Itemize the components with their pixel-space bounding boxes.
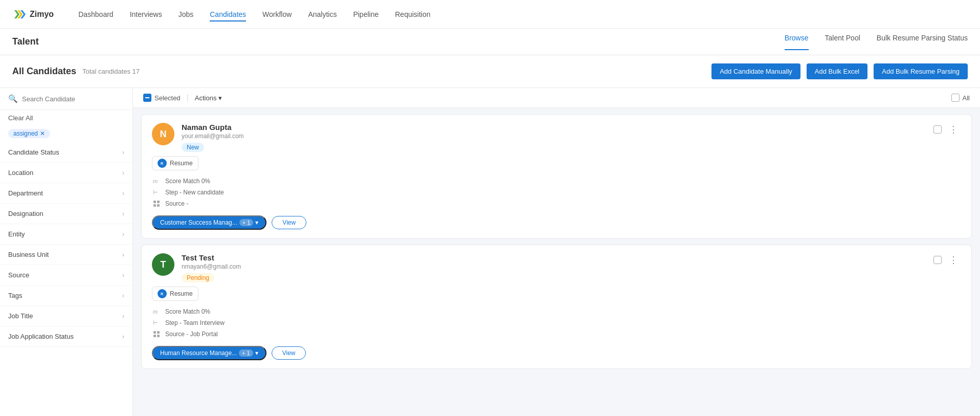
sidebar-item-department[interactable]: Department ›	[0, 183, 132, 204]
sidebar-item-business-unit[interactable]: Business Unit ›	[0, 245, 132, 265]
list-toolbar: Selected | Actions ▾ All	[133, 88, 980, 108]
three-dots-button-1[interactable]: ⋮	[946, 123, 961, 136]
sidebar-item-designation[interactable]: Designation ›	[0, 204, 132, 224]
job-tag-count-1: + 1	[239, 219, 254, 226]
resume-icon-2: R	[158, 289, 167, 298]
chevron-right-icon: ›	[122, 292, 124, 299]
step-icon-1: ⊢	[152, 188, 161, 197]
avatar-letter-2: T	[161, 259, 166, 270]
card-actions-2: ⋮	[933, 253, 961, 267]
add-candidate-manually-button[interactable]: Add Candidate Manually	[711, 63, 800, 79]
job-tag-button-1[interactable]: Customer Success Manag... + 1 ▾	[152, 215, 266, 230]
logo-icon	[12, 7, 27, 21]
svg-rect-14	[157, 331, 160, 334]
score-icon-2: m	[152, 307, 161, 316]
view-button-2[interactable]: View	[272, 346, 306, 360]
nav-item-interviews[interactable]: Interviews	[130, 10, 162, 18]
selected-indicator: Selected	[143, 94, 181, 102]
nav-item-requisition[interactable]: Requisition	[395, 10, 430, 18]
selected-label: Selected	[154, 94, 181, 102]
card-checkbox-2[interactable]	[933, 256, 942, 264]
sidebar-item-job-application-status[interactable]: Job Application Status ›	[0, 326, 132, 347]
card-checkbox-1[interactable]	[933, 125, 942, 134]
chevron-right-icon: ›	[122, 149, 124, 156]
resume-icon-1: R	[158, 159, 167, 168]
step-icon-2: ⊢	[152, 318, 161, 327]
nav-item-pipeline[interactable]: Pipeline	[353, 10, 378, 18]
card-info-2: Test Test nmayan6@gmail.com Pending	[182, 253, 926, 282]
source-text-2: Source - Job Portal	[165, 331, 218, 338]
candidate-name-2: Test Test	[182, 253, 926, 262]
tags-label: Tags	[8, 292, 22, 299]
search-input[interactable]	[22, 95, 124, 103]
candidate-name-1: Naman Gupta	[182, 123, 926, 132]
candidate-card: N Naman Gupta your.email@gmail.com New ⋮…	[141, 114, 972, 238]
nav-item-analytics[interactable]: Analytics	[308, 10, 337, 18]
svg-text:⊢: ⊢	[153, 189, 158, 195]
sub-tabs: Browse Talent Pool Bulk Resume Parsing S…	[785, 34, 968, 50]
score-text-2: Score Match 0%	[165, 308, 210, 315]
resume-button-2[interactable]: R Resume	[152, 287, 198, 301]
nav-item-jobs[interactable]: Jobs	[179, 10, 194, 18]
dropdown-arrow-icon-2: ▾	[255, 349, 258, 357]
job-tag-button-2[interactable]: Human Resource Manage... + 1 ▾	[152, 346, 266, 360]
job-tag-label-2: Human Resource Manage...	[160, 349, 237, 357]
clear-all-label[interactable]: Clear All	[8, 114, 33, 122]
nav-item-candidates[interactable]: Candidates	[210, 10, 246, 18]
svg-rect-8	[157, 204, 160, 207]
svg-rect-16	[157, 335, 160, 337]
main-layout: 🔍 Clear All assigned ✕ Candidate Status …	[0, 88, 980, 416]
three-dots-button-2[interactable]: ⋮	[946, 253, 961, 267]
tab-bulk-resume[interactable]: Bulk Resume Parsing Status	[877, 34, 968, 50]
content-header: All Candidates Total candidates 17 Add C…	[0, 55, 980, 88]
top-navigation: Zimyo Dashboard Interviews Jobs Candidat…	[0, 0, 980, 29]
nav-item-dashboard[interactable]: Dashboard	[78, 10, 114, 18]
source-row-2: Source - Job Portal	[152, 330, 961, 339]
sidebar-item-candidate-status[interactable]: Candidate Status ›	[0, 142, 132, 163]
selected-dot-icon	[143, 94, 151, 102]
candidates-list: Selected | Actions ▾ All N Naman Gupta y…	[133, 88, 980, 416]
actions-button[interactable]: Actions ▾	[195, 94, 222, 102]
job-title-label: Job Title	[8, 312, 33, 320]
logo: Zimyo	[12, 7, 54, 21]
filter-tag-label: assigned	[13, 130, 38, 137]
sidebar-item-tags[interactable]: Tags ›	[0, 286, 132, 306]
card-details-2: m Score Match 0% ⊢ Step - Team Interview…	[152, 307, 961, 339]
tab-browse[interactable]: Browse	[785, 34, 809, 50]
source-row-1: Source -	[152, 199, 961, 208]
step-row-1: ⊢ Step - New candidate	[152, 188, 961, 197]
svg-rect-7	[153, 204, 156, 207]
card-actions-1: ⋮	[933, 123, 961, 136]
add-bulk-resume-parsing-button[interactable]: Add Bulk Resume Parsing	[874, 63, 968, 79]
card-details-1: m Score Match 0% ⊢ Step - New candidate …	[152, 177, 961, 208]
card-footer-2: Human Resource Manage... + 1 ▾ View	[152, 346, 961, 360]
add-bulk-excel-button[interactable]: Add Bulk Excel	[807, 63, 867, 79]
tab-talent-pool[interactable]: Talent Pool	[825, 34, 860, 50]
status-badge-2: Pending	[182, 273, 214, 282]
svg-text:R: R	[161, 292, 163, 296]
sidebar-search-container: 🔍	[0, 88, 132, 110]
card-header-1: N Naman Gupta your.email@gmail.com New ⋮	[152, 123, 961, 152]
chevron-right-icon: ›	[122, 333, 124, 340]
sidebar-item-source[interactable]: Source ›	[0, 265, 132, 286]
avatar-test: T	[152, 253, 174, 276]
resume-button-1[interactable]: R Resume	[152, 156, 198, 170]
sidebar-item-location[interactable]: Location ›	[0, 163, 132, 183]
card-info-1: Naman Gupta your.email@gmail.com New	[182, 123, 926, 152]
svg-rect-13	[153, 331, 156, 334]
job-tag-label-1: Customer Success Manag...	[160, 219, 237, 226]
select-all-checkbox[interactable]	[951, 94, 960, 102]
sub-header: Talent Browse Talent Pool Bulk Resume Pa…	[0, 29, 980, 55]
resume-label-2: Resume	[170, 290, 193, 297]
sidebar-item-job-title[interactable]: Job Title ›	[0, 306, 132, 326]
svg-rect-15	[153, 335, 156, 337]
business-unit-label: Business Unit	[8, 251, 49, 258]
select-all-area: All	[951, 94, 970, 102]
remove-assigned-tag-button[interactable]: ✕	[40, 130, 45, 137]
logo-text: Zimyo	[30, 10, 54, 19]
view-button-1[interactable]: View	[272, 216, 306, 229]
sidebar-item-entity[interactable]: Entity ›	[0, 224, 132, 245]
nav-item-workflow[interactable]: Workflow	[262, 10, 292, 18]
chevron-right-icon: ›	[122, 313, 124, 320]
svg-text:m: m	[153, 178, 158, 184]
